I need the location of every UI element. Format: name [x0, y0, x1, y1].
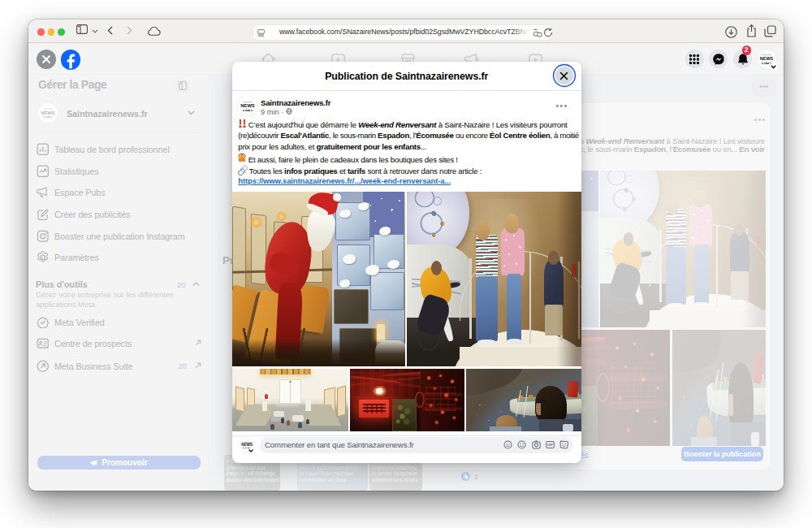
svg-text:GIF: GIF	[547, 444, 553, 448]
